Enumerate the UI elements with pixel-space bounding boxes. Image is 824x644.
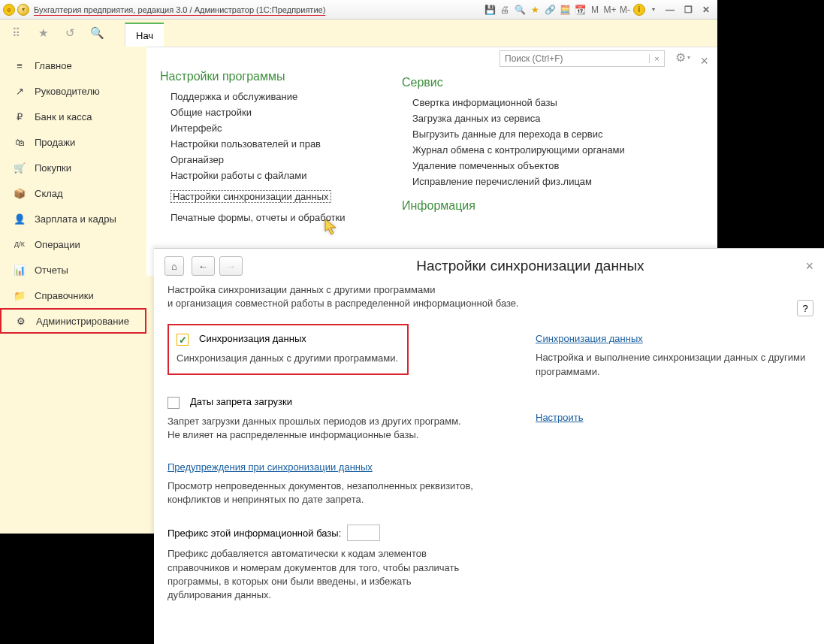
sidebar-item-operations[interactable]: Д/КОперации (0, 231, 146, 257)
app-icon: e (3, 4, 15, 16)
sidebar-item-label: Отчеты (35, 265, 68, 276)
sync-checkbox-desc: Синхронизация данных с другими программа… (177, 352, 398, 365)
link-organizer[interactable]: Органайзер (171, 154, 393, 165)
sidebar-item-reports[interactable]: 📊Отчеты (0, 257, 146, 283)
calendar-icon[interactable]: 📆 (573, 3, 587, 17)
minimize-icon[interactable]: — (662, 3, 678, 17)
content-settings-panel: × ⚙ × Настройки программы Поддержка и об… (146, 47, 717, 276)
sync-checkbox-label: Синхронизация данных (199, 333, 306, 344)
sidebar-item-label: Склад (35, 188, 63, 199)
link-svertka[interactable]: Свертка информационной базы (412, 97, 665, 108)
sidebar-item-refs[interactable]: 📁Справочники (0, 283, 146, 308)
link-interface[interactable]: Интерфейс (171, 122, 393, 134)
forward-button[interactable]: → (219, 256, 243, 276)
grid-icon[interactable]: ⠿ (9, 26, 23, 40)
panel-body: Настройка синхронизации данных с другими… (154, 283, 824, 620)
back-button[interactable]: ← (192, 256, 215, 276)
sidebar-item-label: Операции (35, 239, 80, 250)
search-clear-icon[interactable]: × (649, 54, 664, 63)
link-fix-transfers[interactable]: Исправление перечислений физ.лицам (412, 176, 665, 187)
link-delete-marked[interactable]: Удаление помеченных объектов (412, 160, 665, 171)
doc-search-icon[interactable]: 🔍 (513, 3, 527, 17)
sidebar-item-manager[interactable]: ↗Руководителю (0, 78, 146, 104)
m-btn[interactable]: M (588, 3, 602, 17)
sidebar-item-label: Руководителю (35, 86, 100, 97)
gear-icon: ⚙ (15, 316, 27, 327)
home-button[interactable]: ⌂ (164, 256, 184, 276)
m-minus-btn[interactable]: M- (618, 3, 632, 17)
sidebar-item-warehouse[interactable]: 📦Склад (0, 180, 146, 206)
sidebar-item-label: Главное (35, 60, 72, 71)
history-icon[interactable]: ↺ (63, 26, 77, 40)
search-box[interactable]: × (500, 50, 665, 67)
sidebar-item-admin[interactable]: ⚙Администрирование (0, 308, 146, 334)
titlebar: e Бухгалтерия предприятия, редакция 3.0 … (0, 0, 717, 20)
panel-title: Настройки синхронизации данных (247, 258, 813, 274)
link-files[interactable]: Настройки работы с файлами (171, 170, 393, 181)
panel-description: Настройка синхронизации данных с другими… (168, 283, 810, 310)
configure-link[interactable]: Настроить (536, 412, 584, 423)
top-toolbar: ⠿ ★ ↺ 🔍 Нач (0, 20, 717, 47)
help-button[interactable]: ? (797, 300, 813, 316)
sync-link-desc: Настройка и выполнение синхронизации дан… (536, 351, 810, 378)
panel-close-icon[interactable]: × (805, 259, 813, 274)
section-title-info: Информация (402, 199, 665, 213)
sidebar-item-label: Администрирование (36, 316, 129, 327)
ruble-icon: ₽ (14, 111, 26, 122)
link-sync-settings[interactable]: Настройки синхронизации данных (171, 190, 331, 203)
panel-gear-icon[interactable]: ⚙ (675, 50, 690, 65)
search-icon[interactable]: 🔍 (90, 26, 104, 40)
report-icon: 📊 (14, 265, 26, 276)
sidebar-item-main[interactable]: ≡Главное (0, 53, 146, 78)
search-input[interactable] (500, 53, 649, 64)
link-general[interactable]: Общие настройки (171, 107, 393, 118)
warnings-link[interactable]: Предупреждения при синхронизации данных (168, 461, 373, 473)
panel-header: ⌂ ← → Настройки синхронизации данных × (154, 249, 824, 283)
settings-column-1: Настройки программы Поддержка и обслужив… (160, 70, 393, 228)
info-icon[interactable]: i (633, 4, 645, 16)
link-print-forms[interactable]: Печатные формы, отчеты и обработки (171, 212, 393, 223)
star-icon[interactable]: ★ (528, 3, 542, 17)
favorites-icon[interactable]: ★ (36, 26, 50, 40)
box-icon: 📦 (14, 188, 26, 199)
block-dates-checkbox[interactable] (168, 397, 180, 409)
link-exchange-log[interactable]: Журнал обмена с контролирующими органами (412, 144, 665, 156)
print-icon[interactable]: 🖨 (498, 3, 512, 17)
titlebar-right: 💾 🖨 🔍 ★ 🔗 🧮 📆 M M+ M- i ▾ — ❐ ✕ (483, 3, 714, 17)
block-dates-desc: Запрет загрузки данных прошлых периодов … (168, 415, 475, 442)
prefix-input[interactable] (347, 525, 380, 541)
m-plus-btn[interactable]: M+ (603, 3, 617, 17)
section-title-settings: Настройки программы (160, 70, 393, 83)
sidebar-item-salary[interactable]: 👤Зарплата и кадры (0, 206, 146, 231)
calc-icon[interactable]: 🧮 (558, 3, 572, 17)
warnings-desc: Просмотр непроведенных документов, незап… (168, 479, 475, 506)
prefix-desc: Префикс добавляется автоматически к кода… (168, 547, 475, 602)
close-icon[interactable]: ✕ (698, 3, 714, 17)
sync-checkbox[interactable] (177, 334, 189, 346)
menu-icon: ≡ (14, 60, 26, 71)
sidebar-item-label: Продажи (35, 137, 75, 148)
chart-icon: ↗ (14, 86, 26, 97)
section-title-service: Сервис (402, 76, 665, 89)
restore-icon[interactable]: ❐ (680, 3, 696, 17)
link-unload-service[interactable]: Выгрузить данные для перехода в сервис (412, 128, 665, 140)
sidebar-item-label: Зарплата и кадры (35, 213, 116, 225)
save-icon[interactable]: 💾 (483, 3, 497, 17)
sync-data-link[interactable]: Синхронизация данных (536, 333, 643, 344)
folder-icon: 📁 (14, 290, 26, 301)
panel-close-icon[interactable]: × (700, 53, 708, 69)
person-icon: 👤 (14, 213, 26, 225)
tab-start[interactable]: Нач (125, 23, 164, 47)
sidebar-item-sales[interactable]: 🛍Продажи (0, 129, 146, 155)
block-dates-label: Даты запрета загрузки (190, 396, 292, 407)
sidebar: ≡Главное ↗Руководителю ₽Банк и касса 🛍Пр… (0, 47, 146, 340)
link-support[interactable]: Поддержка и обслуживание (171, 91, 393, 102)
app-dropdown-icon[interactable] (17, 4, 29, 16)
link-icon[interactable]: 🔗 (543, 3, 557, 17)
settings-column-2: Сервис Свертка информационной базы Загру… (402, 76, 665, 220)
link-load-service[interactable]: Загрузка данных из сервиса (412, 113, 665, 124)
sidebar-item-bank[interactable]: ₽Банк и касса (0, 104, 146, 129)
highlighted-sync-block: Синхронизация данных Синхронизация данны… (168, 324, 409, 374)
sidebar-item-purchases[interactable]: 🛒Покупки (0, 155, 146, 180)
link-users[interactable]: Настройки пользователей и прав (171, 138, 393, 150)
